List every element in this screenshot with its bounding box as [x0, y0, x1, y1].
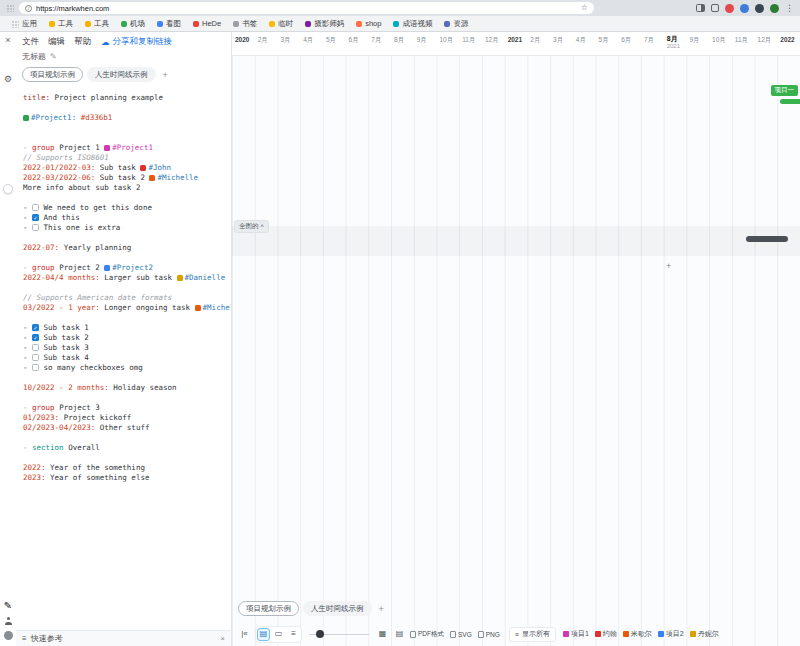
list-view-button[interactable]: ≡ [287, 628, 300, 641]
bookmark-item[interactable]: 工具 [44, 19, 78, 29]
legend-item[interactable]: 米歇尔 [623, 629, 652, 639]
code-line[interactable]: - ✓ Sub task 1 [23, 323, 229, 333]
code-line[interactable] [23, 373, 229, 383]
code-line[interactable] [23, 103, 229, 113]
checkbox[interactable]: ✓ [32, 324, 39, 331]
legend-item[interactable]: 项目1 [563, 629, 589, 639]
bookmark-item[interactable]: HeDe [188, 19, 226, 28]
close-icon[interactable]: × [5, 36, 10, 45]
settings-gear-icon[interactable]: ⚙ [4, 75, 12, 84]
checkbox[interactable] [32, 364, 39, 371]
code-line[interactable]: - Sub task 3 [23, 343, 229, 353]
code-line[interactable]: 01/2023: Project kickoff [23, 413, 229, 423]
bookmark-item[interactable]: 资源 [439, 19, 473, 29]
code-line[interactable] [23, 283, 229, 293]
quick-reference-button[interactable]: ≡ 快速参考 [22, 633, 63, 644]
code-line[interactable] [23, 123, 229, 133]
edit-pencil-icon[interactable]: ✎ [4, 601, 12, 611]
legend-item[interactable]: 丹妮尔 [690, 629, 719, 639]
bookmark-item[interactable]: shop [351, 19, 386, 28]
close-quickref-icon[interactable]: × [220, 634, 225, 643]
code-editor[interactable]: title: Project planning example #Project… [16, 86, 231, 630]
event-tag-badge[interactable]: 项目一 [771, 85, 799, 96]
side-panel-icon[interactable] [696, 4, 705, 12]
event-bar[interactable] [780, 99, 800, 104]
bookmark-item[interactable]: 摄影师妈 [300, 19, 349, 29]
export-button[interactable]: PDF格式 [410, 630, 444, 639]
code-line[interactable]: - We need to get this done [23, 203, 229, 213]
expand-group-button[interactable]: 全图的 ^ [234, 220, 269, 233]
extension-blue-icon[interactable] [740, 4, 749, 13]
code-line[interactable]: More info about sub task 2 [23, 183, 229, 193]
editor-new-tab-button[interactable]: + [160, 70, 171, 80]
timeline-new-tab-button[interactable]: + [376, 604, 387, 614]
export-button[interactable]: PNG [478, 631, 500, 638]
calendar-view-button[interactable]: ▭ [272, 628, 285, 641]
menu-help[interactable]: 帮助 [74, 36, 91, 48]
legend-item[interactable]: 项目2 [658, 629, 684, 639]
jump-to-start-button[interactable]: |« [238, 628, 251, 641]
code-line[interactable]: 2022-03/2022-06: Sub task 2 #Michelle [23, 173, 229, 183]
checkbox[interactable] [32, 344, 39, 351]
editor-tab[interactable]: 人生时间线示例 [87, 67, 156, 82]
checkbox[interactable] [32, 224, 39, 231]
code-line[interactable]: - Sub task 4 [23, 353, 229, 363]
bookmark-item[interactable]: 成语视频 [388, 19, 437, 29]
rows-view-icon[interactable]: ▤ [393, 628, 406, 641]
zoom-slider[interactable] [309, 628, 369, 640]
bookmark-item[interactable]: 机场 [116, 19, 150, 29]
checkbox[interactable] [32, 204, 39, 211]
grid-view-icon[interactable]: ▦ [376, 628, 389, 641]
code-line[interactable]: - section Overall [23, 443, 229, 453]
timeline-tab[interactable]: 项目规划示例 [238, 601, 299, 616]
code-line[interactable] [23, 313, 229, 323]
code-line[interactable]: // Supports ISO8601 [23, 153, 229, 163]
code-line[interactable]: 2023: Year of something else [23, 473, 229, 483]
code-line[interactable] [23, 393, 229, 403]
code-line[interactable]: - group Project 1 #Project1 [23, 143, 229, 153]
code-line[interactable]: - group Project 3 [23, 403, 229, 413]
slider-knob[interactable] [316, 630, 324, 638]
editor-tab[interactable]: 项目规划示例 [22, 67, 83, 82]
collapsed-group-bar[interactable] [746, 236, 788, 242]
code-line[interactable]: #Project1: #d336b1 [23, 113, 229, 123]
menu-file[interactable]: 文件 [22, 36, 39, 48]
bookmark-item[interactable]: 临时 [264, 19, 298, 29]
code-line[interactable]: title: Project planning example [23, 93, 229, 103]
rename-pencil-icon[interactable]: ✎ [50, 52, 57, 61]
code-line[interactable]: 02/2023-04/2023: Other stuff [23, 423, 229, 433]
bookmark-item[interactable]: 应用 [6, 19, 42, 29]
timeline-canvas[interactable]: 项目一 全图的 ^ + 项目规划示例人生时间线示例+ |« ▤ ▭ ≡ [232, 56, 800, 646]
extension-red-icon[interactable] [725, 4, 734, 13]
code-line[interactable]: 03/2022 - 1 year: Longer ongoing task #M… [23, 303, 229, 313]
code-line[interactable]: - so many checkboxes omg [23, 363, 229, 373]
code-line[interactable]: // Supports American date formats [23, 293, 229, 303]
extension-dark-icon[interactable] [755, 4, 764, 13]
code-line[interactable] [23, 133, 229, 143]
profile-avatar[interactable] [770, 4, 779, 13]
code-line[interactable]: 2022-01/2022-03: Sub task #John [23, 163, 229, 173]
site-info-icon[interactable]: i [25, 5, 32, 12]
bookmark-item[interactable]: 书签 [228, 19, 262, 29]
profile-avatar-icon[interactable] [4, 631, 13, 640]
code-line[interactable]: - ✓ And this [23, 213, 229, 223]
bookmark-item[interactable]: 看图 [152, 19, 186, 29]
checkbox[interactable] [32, 354, 39, 361]
export-button[interactable]: SVG [450, 631, 472, 638]
bookmark-star-icon[interactable]: ☆ [581, 4, 588, 12]
bookmark-item[interactable]: 工具 [80, 19, 114, 29]
code-line[interactable] [23, 433, 229, 443]
user-icon[interactable] [4, 617, 12, 625]
checkbox[interactable]: ✓ [32, 334, 39, 341]
drag-handle[interactable] [3, 184, 13, 194]
code-line[interactable] [23, 453, 229, 463]
checkbox[interactable]: ✓ [32, 214, 39, 221]
share-link[interactable]: ☁ 分享和复制链接 [101, 36, 172, 48]
code-line[interactable]: 2022-04/4 months: Larger sub task #Danie… [23, 273, 229, 283]
extensions-icon[interactable] [711, 4, 719, 12]
code-line[interactable]: - ✓ Sub task 2 [23, 333, 229, 343]
code-line[interactable]: 2022: Year of the something [23, 463, 229, 473]
code-line[interactable]: - group Project 2 #Project2 [23, 263, 229, 273]
code-line[interactable] [23, 253, 229, 263]
show-all-button[interactable]: ≡ 显示所有 [509, 627, 556, 642]
